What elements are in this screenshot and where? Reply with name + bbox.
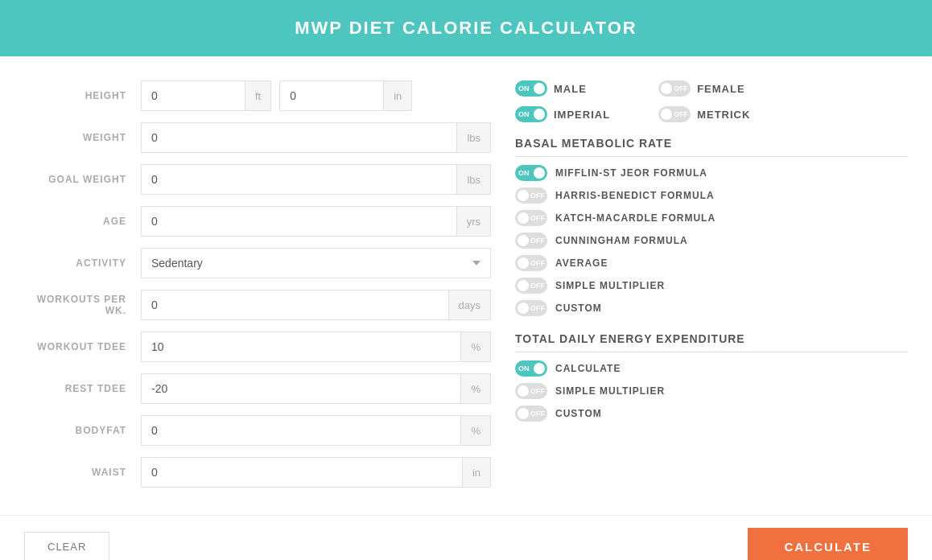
bmr-option-3[interactable]: OFF CUNNINGHAM FORMULA xyxy=(515,233,908,249)
weight-input[interactable] xyxy=(141,122,457,153)
bmr-toggle-2[interactable]: OFF xyxy=(515,210,547,226)
waist-input-group: in xyxy=(141,457,491,488)
bmr-label-4: AVERAGE xyxy=(555,257,608,269)
bodyfat-input[interactable] xyxy=(141,415,461,446)
bodyfat-input-group: % xyxy=(141,415,491,446)
metrick-label: METRICK xyxy=(697,109,750,121)
metrick-toggle[interactable]: OFF xyxy=(658,106,691,122)
metrick-toggle-track: OFF xyxy=(658,106,691,122)
workouts-input-group: days xyxy=(141,290,491,320)
male-toggle-option[interactable]: ON MALE xyxy=(515,80,610,97)
height-in-suffix: in xyxy=(384,80,412,111)
activity-row: ACTIVITY Sedentary Lightly Active Modera… xyxy=(24,248,491,278)
bmr-option-2[interactable]: OFF KATCH-MACARDLE FORMULA xyxy=(515,210,908,226)
left-panel: HEIGHT ft in WEIGHT lbs xyxy=(24,80,491,499)
imperial-toggle[interactable]: ON xyxy=(515,106,547,122)
bmr-thumb-5 xyxy=(518,280,529,291)
height-in-wrap: in xyxy=(279,80,412,111)
waist-input[interactable] xyxy=(141,457,463,488)
female-toggle[interactable]: OFF xyxy=(658,80,691,97)
bmr-track-4: OFF xyxy=(515,255,547,271)
goal-weight-input[interactable] xyxy=(141,164,457,195)
gender-unit-right: OFF FEMALE OFF xyxy=(658,80,750,122)
tdee-label-0: CALCULATE xyxy=(555,363,621,374)
tdee-label-2: CUSTOM xyxy=(555,408,602,419)
bmr-toggle-0[interactable]: ON xyxy=(515,165,547,181)
bmr-thumb-4 xyxy=(518,257,529,269)
height-inputs: ft in xyxy=(141,80,491,111)
female-toggle-option[interactable]: OFF FEMALE xyxy=(658,80,750,97)
bmr-toggle-6[interactable]: OFF xyxy=(515,300,547,316)
bmr-thumb-0 xyxy=(534,167,545,179)
metrick-toggle-option[interactable]: OFF METRICK xyxy=(658,106,750,122)
age-suffix: yrs xyxy=(457,206,491,237)
waist-label: WAIST xyxy=(24,467,141,478)
workouts-label: WORKOUTS PER WK. xyxy=(24,294,141,316)
male-toggle-track: ON xyxy=(515,80,547,97)
height-ft-input[interactable] xyxy=(141,80,245,111)
height-in-input[interactable] xyxy=(279,80,384,111)
bmr-thumb-6 xyxy=(518,303,529,314)
goal-weight-label: GOAL WEIGHT xyxy=(24,174,141,185)
bmr-toggle-5[interactable]: OFF xyxy=(515,278,547,294)
bmr-label-0: MIFFLIN-ST JEOR FORMULA xyxy=(555,167,707,179)
workouts-row: WORKOUTS PER WK. days xyxy=(24,290,491,320)
bmr-section-title: BASAL METABOLIC RATE xyxy=(515,137,908,157)
weight-row: WEIGHT lbs xyxy=(24,122,491,153)
age-label: AGE xyxy=(24,216,141,227)
bmr-track-5: OFF xyxy=(515,278,547,294)
tdee-option-2[interactable]: OFF CUSTOM xyxy=(515,406,908,422)
tdee-label-1: SIMPLE MULTIPLIER xyxy=(555,385,665,397)
rest-tdee-label: REST TDEE xyxy=(24,383,141,394)
goal-weight-row: GOAL WEIGHT lbs xyxy=(24,164,491,195)
bmr-label-1: HARRIS-BENEDICT FORMULA xyxy=(555,190,715,201)
male-label: MALE xyxy=(554,83,587,95)
goal-weight-suffix: lbs xyxy=(457,164,491,195)
workout-tdee-input-group: % xyxy=(141,331,491,362)
imperial-toggle-track: ON xyxy=(515,106,547,122)
tdee-toggle-1[interactable]: OFF xyxy=(515,383,547,399)
bmr-thumb-1 xyxy=(518,190,529,201)
height-label: HEIGHT xyxy=(24,90,141,101)
calculate-button[interactable]: CALCULATE xyxy=(748,528,908,560)
page-title: MWP DIET CALORIE CALCULATOR xyxy=(295,18,637,38)
imperial-toggle-option[interactable]: ON IMPERIAL xyxy=(515,106,610,122)
workouts-input[interactable] xyxy=(141,290,449,320)
metrick-toggle-thumb xyxy=(661,109,672,120)
bmr-toggle-1[interactable]: OFF xyxy=(515,187,547,204)
rest-tdee-input[interactable] xyxy=(141,373,461,404)
calculator-wrapper: MWP DIET CALORIE CALCULATOR HEIGHT ft in xyxy=(0,0,932,560)
bmr-option-4[interactable]: OFF AVERAGE xyxy=(515,255,908,271)
activity-select[interactable]: Sedentary Lightly Active Moderately Acti… xyxy=(141,248,491,278)
goal-weight-input-group: lbs xyxy=(141,164,491,195)
weight-input-group: lbs xyxy=(141,122,491,153)
workout-tdee-input[interactable] xyxy=(141,331,461,362)
height-row: HEIGHT ft in xyxy=(24,80,491,111)
bmr-label-2: KATCH-MACARDLE FORMULA xyxy=(555,212,715,224)
tdee-option-1[interactable]: OFF SIMPLE MULTIPLIER xyxy=(515,383,908,399)
bmr-option-1[interactable]: OFF HARRIS-BENEDICT FORMULA xyxy=(515,187,908,204)
bmr-toggle-3[interactable]: OFF xyxy=(515,233,547,249)
male-toggle[interactable]: ON xyxy=(515,80,547,97)
activity-label: ACTIVITY xyxy=(24,257,141,269)
tdee-toggle-2[interactable]: OFF xyxy=(515,406,547,422)
tdee-option-0[interactable]: ON CALCULATE xyxy=(515,360,908,377)
bodyfat-suffix: % xyxy=(461,415,491,446)
bmr-track-2: OFF xyxy=(515,210,547,226)
bmr-thumb-3 xyxy=(518,235,529,246)
clear-button[interactable]: CLEAR xyxy=(24,532,109,560)
workout-tdee-row: WORKOUT TDEE % xyxy=(24,331,491,362)
workouts-suffix: days xyxy=(449,290,491,320)
tdee-toggle-0[interactable]: ON xyxy=(515,360,547,377)
imperial-toggle-thumb xyxy=(534,109,545,120)
tdee-thumb-1 xyxy=(518,385,529,397)
bmr-option-0[interactable]: ON MIFFLIN-ST JEOR FORMULA xyxy=(515,165,908,181)
age-input[interactable] xyxy=(141,206,457,237)
bmr-thumb-2 xyxy=(518,212,529,224)
bmr-toggle-4[interactable]: OFF xyxy=(515,255,547,271)
bmr-option-6[interactable]: OFF CUSTOM xyxy=(515,300,908,316)
bmr-option-5[interactable]: OFF SIMPLE MULTIPLIER xyxy=(515,278,908,294)
gender-unit-cols: ON MALE ON xyxy=(515,80,908,122)
metrick-off-label: OFF xyxy=(674,110,688,118)
bmr-track-0: ON xyxy=(515,165,547,181)
